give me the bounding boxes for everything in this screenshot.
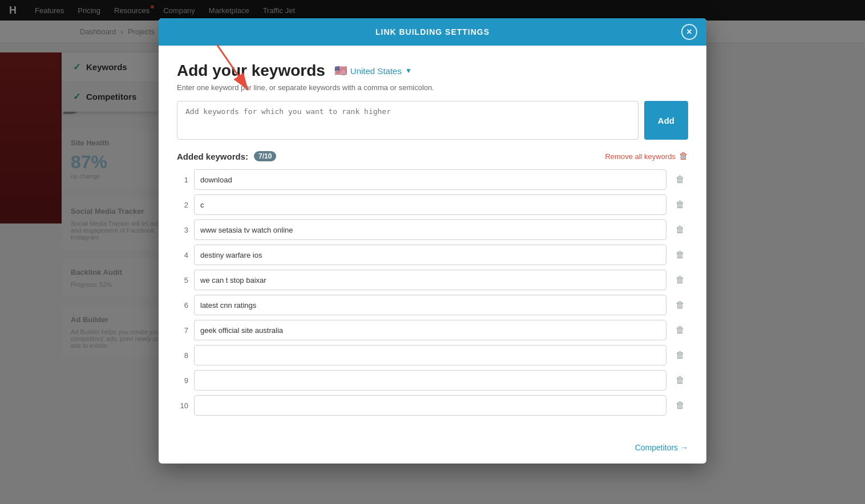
keyword-input-4[interactable] — [194, 245, 666, 265]
row-number: 2 — [177, 201, 188, 209]
delete-keyword-2[interactable]: 🗑 — [672, 197, 688, 213]
keyword-rows-container: 1🗑2🗑3🗑4🗑5🗑6🗑7🗑8🗑9🗑10🗑 — [177, 169, 688, 416]
remove-all-keywords[interactable]: Remove all keywords 🗑 — [605, 151, 688, 161]
keyword-input-10[interactable] — [194, 395, 666, 416]
delete-keyword-6[interactable]: 🗑 — [672, 297, 688, 313]
row-number: 1 — [177, 176, 188, 184]
competitors-link[interactable]: Competitors → — [635, 443, 688, 452]
chevron-down-icon: ▼ — [405, 67, 412, 75]
keyword-row: 5🗑 — [177, 270, 688, 290]
remove-all-label: Remove all keywords — [605, 152, 676, 161]
keyword-row: 9🗑 — [177, 370, 688, 391]
keyword-row: 7🗑 — [177, 320, 688, 340]
delete-keyword-9[interactable]: 🗑 — [672, 372, 688, 388]
keyword-row: 4🗑 — [177, 245, 688, 265]
keyword-input-row: Add — [177, 101, 688, 140]
add-keywords-button[interactable]: Add — [644, 101, 688, 140]
link-building-modal: LINK BUILDING SETTINGS × Add your keywor… — [159, 18, 706, 464]
row-number: 10 — [177, 401, 188, 410]
row-number: 9 — [177, 376, 188, 385]
delete-keyword-5[interactable]: 🗑 — [672, 272, 688, 288]
row-number: 4 — [177, 251, 188, 259]
row-number: 6 — [177, 301, 188, 310]
delete-keyword-4[interactable]: 🗑 — [672, 247, 688, 263]
modal-close-button[interactable]: × — [681, 24, 697, 40]
modal-title: LINK BUILDING SETTINGS — [375, 27, 490, 36]
keyword-row: 2🗑 — [177, 194, 688, 215]
keywords-count-badge: 7/10 — [254, 151, 276, 161]
keyword-input-2[interactable] — [194, 194, 666, 215]
keyword-row: 6🗑 — [177, 295, 688, 315]
trash-icon-red: 🗑 — [679, 151, 688, 161]
row-number: 5 — [177, 276, 188, 284]
keywords-textarea[interactable] — [177, 101, 638, 140]
modal-heading-text: Add your keywords — [177, 62, 325, 80]
keyword-row: 8🗑 — [177, 345, 688, 365]
country-selector[interactable]: 🇺🇸 United States ▼ — [334, 64, 412, 77]
modal-header: LINK BUILDING SETTINGS × — [159, 18, 706, 46]
delete-keyword-1[interactable]: 🗑 — [672, 172, 688, 188]
keywords-header: Added keywords: 7/10 Remove all keywords… — [177, 151, 688, 161]
modal-body: Add your keywords 🇺🇸 United States ▼ Ent… — [159, 46, 706, 436]
row-number: 7 — [177, 326, 188, 335]
delete-keyword-3[interactable]: 🗑 — [672, 222, 688, 238]
keyword-input-9[interactable] — [194, 370, 666, 391]
country-flag-icon: 🇺🇸 — [334, 64, 347, 77]
keyword-input-6[interactable] — [194, 295, 666, 315]
keywords-label: Added keywords: 7/10 — [177, 151, 276, 161]
keyword-input-3[interactable] — [194, 220, 666, 240]
keyword-row: 10🗑 — [177, 395, 688, 416]
keyword-row: 1🗑 — [177, 169, 688, 190]
keyword-row: 3🗑 — [177, 220, 688, 240]
modal-heading-row: Add your keywords 🇺🇸 United States ▼ — [177, 62, 688, 80]
modal-subtitle: Enter one keyword per line, or separate … — [177, 83, 688, 92]
delete-keyword-7[interactable]: 🗑 — [672, 322, 688, 338]
added-keywords-text: Added keywords: — [177, 152, 248, 161]
keyword-input-5[interactable] — [194, 270, 666, 290]
delete-keyword-8[interactable]: 🗑 — [672, 347, 688, 363]
keyword-input-7[interactable] — [194, 320, 666, 340]
country-name: United States — [350, 66, 402, 76]
row-number: 3 — [177, 226, 188, 234]
modal-footer: Competitors → — [159, 436, 706, 464]
keyword-input-8[interactable] — [194, 345, 666, 365]
delete-keyword-10[interactable]: 🗑 — [672, 397, 688, 413]
keyword-input-1[interactable] — [194, 169, 666, 190]
row-number: 8 — [177, 351, 188, 360]
